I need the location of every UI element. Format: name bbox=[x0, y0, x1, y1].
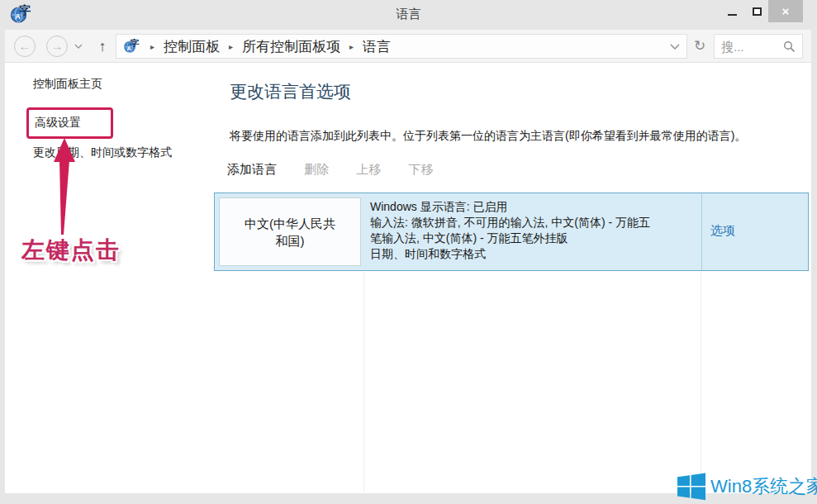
forward-icon: → bbox=[51, 39, 64, 53]
search-box bbox=[714, 34, 803, 59]
window-title: 语言 bbox=[0, 7, 817, 22]
input-methods-line1: 输入法: 微软拼音, 不可用的输入法, 中文(简体) - 万能五 bbox=[370, 215, 650, 231]
breadcrumb-language[interactable]: 语言 bbox=[361, 37, 392, 56]
refresh-button[interactable]: ↻ bbox=[687, 34, 712, 59]
annotation-arrow-icon bbox=[48, 136, 81, 238]
breadcrumb-separator-icon: ▸ bbox=[150, 42, 154, 51]
list-column-line bbox=[363, 273, 364, 492]
move-down-button[interactable]: 下移 bbox=[409, 162, 434, 178]
search-icon[interactable] bbox=[783, 40, 796, 53]
breadcrumb-separator-icon: ▸ bbox=[349, 42, 354, 51]
list-column-line bbox=[701, 273, 701, 492]
language-details: Windows 显示语言: 已启用 输入法: 微软拼音, 不可用的输入法, 中文… bbox=[370, 199, 650, 262]
breadcrumb-all-items[interactable]: 所有控制面板项 bbox=[240, 37, 342, 56]
language-list-toolbar: 添加语言 删除 上移 下移 bbox=[227, 162, 434, 178]
content-area: 控制面板主页 高级设置 更改日期、时间或数字格式 更改语言首选项 将要使用的语言… bbox=[5, 63, 811, 493]
navigation-bar: ← → ↑ A 字 ▸ 控制面板 ▸ 所有控制面板项 ▸ 语言 bbox=[5, 30, 811, 63]
forward-button[interactable]: → bbox=[46, 36, 68, 57]
annotation-highlight-box bbox=[26, 107, 113, 139]
remove-button[interactable]: 删除 bbox=[304, 162, 329, 178]
date-time-format-label: 日期、时间和数字格式 bbox=[370, 246, 650, 262]
move-up-button[interactable]: 上移 bbox=[356, 162, 381, 178]
titlebar: A 字 语言 × bbox=[0, 0, 817, 30]
page-title: 更改语言首选项 bbox=[230, 80, 351, 103]
address-bar[interactable]: A 字 ▸ 控制面板 ▸ 所有控制面板项 ▸ 语言 bbox=[116, 34, 687, 59]
recent-pages-dropdown[interactable] bbox=[74, 44, 83, 49]
language-list-item-chinese[interactable]: 中文(中华人民共 和国) Windows 显示语言: 已启用 输入法: 微软拼音… bbox=[214, 193, 809, 271]
close-button[interactable]: × bbox=[768, 0, 803, 22]
annotation-label: 左键点击 bbox=[21, 235, 121, 266]
address-dropdown-icon[interactable] bbox=[670, 44, 680, 50]
watermark: Win8系统之家 bbox=[677, 473, 817, 501]
sidebar-item-control-panel-home[interactable]: 控制面板主页 bbox=[33, 77, 102, 92]
svg-text:字: 字 bbox=[130, 38, 139, 48]
up-icon: ↑ bbox=[99, 38, 107, 55]
maximize-icon bbox=[753, 7, 762, 16]
options-link[interactable]: 选项 bbox=[710, 223, 735, 239]
back-button[interactable]: ← bbox=[14, 36, 36, 57]
language-name-line2: 和国) bbox=[276, 232, 305, 250]
up-button[interactable]: ↑ bbox=[93, 38, 112, 55]
display-language-status: Windows 显示语言: 已启用 bbox=[370, 199, 650, 215]
minimize-icon bbox=[728, 14, 737, 16]
add-language-button[interactable]: 添加语言 bbox=[227, 162, 277, 178]
windows-logo-icon bbox=[677, 473, 705, 501]
page-description: 将要使用的语言添加到此列表中。位于列表第一位的语言为主语言(即你希望看到并最常使… bbox=[230, 129, 746, 144]
search-input[interactable] bbox=[721, 40, 783, 54]
maximize-button[interactable] bbox=[745, 0, 768, 22]
options-column-divider bbox=[701, 193, 702, 270]
back-icon: ← bbox=[19, 39, 31, 53]
language-name-line1: 中文(中华人民共 bbox=[245, 215, 335, 232]
input-methods-line2: 笔输入法, 中文(简体) - 万能五笔外挂版 bbox=[370, 231, 650, 246]
close-icon: × bbox=[782, 4, 790, 18]
breadcrumb-control-panel[interactable]: 控制面板 bbox=[162, 37, 221, 56]
minimize-button[interactable] bbox=[720, 0, 743, 22]
language-control-panel-window: A 字 语言 × ← → ↑ bbox=[0, 0, 817, 504]
refresh-icon: ↻ bbox=[694, 38, 705, 54]
language-name-box: 中文(中华人民共 和国) bbox=[219, 197, 361, 266]
breadcrumb-separator-icon: ▸ bbox=[229, 42, 233, 51]
watermark-text: Win8系统之家 bbox=[710, 474, 817, 499]
language-breadcrumb-icon: A 字 bbox=[123, 38, 140, 55]
